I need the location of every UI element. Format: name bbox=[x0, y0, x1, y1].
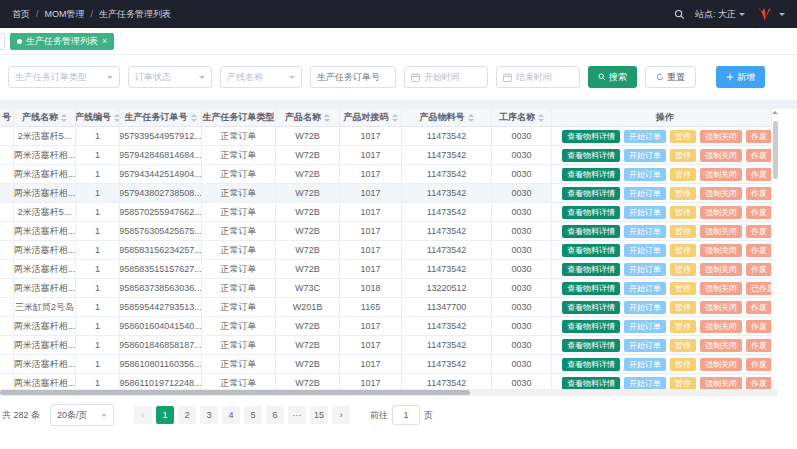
page-button-15[interactable]: 15 bbox=[310, 406, 328, 424]
force-close-button[interactable]: 强制关闭 bbox=[700, 206, 742, 219]
force-close-button[interactable]: 强制关闭 bbox=[700, 225, 742, 238]
table-row[interactable]: 两米活塞杆相...1958583515157627...正常订单W72B1017… bbox=[0, 260, 778, 279]
force-close-button[interactable]: 强制关闭 bbox=[700, 168, 742, 181]
order-type-select[interactable]: 生产任务订单类型 bbox=[8, 66, 120, 88]
pause-button[interactable]: 暂停 bbox=[670, 263, 696, 276]
search-button[interactable]: 搜索 bbox=[588, 66, 637, 88]
void-button[interactable]: 作废 bbox=[746, 206, 772, 219]
pause-button[interactable]: 暂停 bbox=[670, 130, 696, 143]
table-row[interactable]: 两米活塞杆相...1957943802738508...正常订单W72B1017… bbox=[0, 184, 778, 203]
user-menu[interactable] bbox=[755, 5, 785, 23]
void-button[interactable]: 作废 bbox=[746, 358, 772, 371]
sort-carets-icon[interactable] bbox=[538, 114, 544, 122]
search-icon[interactable] bbox=[674, 9, 685, 20]
table-row[interactable]: 两米活塞杆相...1957943442514904...正常订单W72B1017… bbox=[0, 165, 778, 184]
column-header-order-no[interactable]: 生产任务订单号 bbox=[120, 109, 202, 126]
table-row[interactable]: 两米活塞杆相...1958583738563036...正常订单W73C1018… bbox=[0, 279, 778, 298]
page-button-6[interactable]: 6 bbox=[266, 406, 284, 424]
start-order-button[interactable]: 开始订单 bbox=[624, 358, 666, 371]
void-button[interactable]: 作废 bbox=[746, 301, 772, 314]
pause-button[interactable]: 暂停 bbox=[670, 339, 696, 352]
table-row[interactable]: 2米活塞杆5...1958570255947662...正常订单W72B1017… bbox=[0, 203, 778, 222]
view-material-button[interactable]: 查看物料详情 bbox=[562, 130, 620, 143]
order-status-select[interactable]: 订单状态 bbox=[128, 66, 212, 88]
table-row[interactable]: 两米活塞杆相...1958611019712248...正常订单W72B1017… bbox=[0, 374, 778, 389]
breadcrumb-mom[interactable]: MOM管理 bbox=[45, 8, 85, 21]
view-material-button[interactable]: 查看物料详情 bbox=[562, 168, 620, 181]
table-row[interactable]: 两米活塞杆相...1958583156234257...正常订单W72B1017… bbox=[0, 241, 778, 260]
start-order-button[interactable]: 开始订单 bbox=[624, 339, 666, 352]
start-order-button[interactable]: 开始订单 bbox=[624, 168, 666, 181]
table-row[interactable]: 两米活塞杆相...1958610801160356...正常订单W72B1017… bbox=[0, 355, 778, 374]
force-close-button[interactable]: 强制关闭 bbox=[700, 130, 742, 143]
void-button[interactable]: 作废 bbox=[746, 168, 772, 181]
view-material-button[interactable]: 查看物料详情 bbox=[562, 149, 620, 162]
view-material-button[interactable]: 查看物料详情 bbox=[562, 358, 620, 371]
line-name-select[interactable]: 产线名称 bbox=[220, 66, 302, 88]
pause-button[interactable]: 暂停 bbox=[670, 301, 696, 314]
vertical-scroll-thumb[interactable] bbox=[773, 121, 778, 179]
force-close-button[interactable]: 强制关闭 bbox=[700, 377, 742, 390]
force-close-button[interactable]: 强制关闭 bbox=[700, 244, 742, 257]
view-material-button[interactable]: 查看物料详情 bbox=[562, 301, 620, 314]
column-header-product-code[interactable]: 产品对接码 bbox=[340, 109, 402, 126]
view-material-button[interactable]: 查看物料详情 bbox=[562, 339, 620, 352]
page-button-5[interactable]: 5 bbox=[244, 406, 262, 424]
void-button[interactable]: 作废 bbox=[746, 130, 772, 143]
void-button[interactable]: 作废 bbox=[746, 225, 772, 238]
void-button[interactable]: 作废 bbox=[746, 149, 772, 162]
view-material-button[interactable]: 查看物料详情 bbox=[562, 187, 620, 200]
sort-carets-icon[interactable] bbox=[468, 114, 474, 122]
page-size-select[interactable]: 20条/页 bbox=[50, 404, 114, 426]
start-order-button[interactable]: 开始订单 bbox=[624, 206, 666, 219]
void-button[interactable]: 作废 bbox=[746, 339, 772, 352]
pause-button[interactable]: 暂停 bbox=[670, 206, 696, 219]
force-close-button[interactable]: 强制关闭 bbox=[700, 187, 742, 200]
view-material-button[interactable]: 查看物料详情 bbox=[562, 320, 620, 333]
more-pages-button[interactable]: ··· bbox=[288, 406, 306, 424]
close-icon[interactable]: × bbox=[102, 37, 107, 46]
sort-carets-icon[interactable] bbox=[324, 114, 330, 122]
view-material-button[interactable]: 查看物料详情 bbox=[562, 282, 620, 295]
sort-carets-icon[interactable] bbox=[61, 114, 67, 122]
column-header-process-name[interactable]: 工序名称 bbox=[492, 109, 552, 126]
pause-button[interactable]: 暂停 bbox=[670, 320, 696, 333]
prev-page-button[interactable]: ‹ bbox=[134, 406, 152, 424]
pause-button[interactable]: 暂停 bbox=[670, 358, 696, 371]
site-selector[interactable]: 站点: 大正 bbox=[695, 8, 745, 21]
force-close-button[interactable]: 强制关闭 bbox=[700, 301, 742, 314]
view-material-button[interactable]: 查看物料详情 bbox=[562, 225, 620, 238]
start-order-button[interactable]: 开始订单 bbox=[624, 244, 666, 257]
vertical-scrollbar[interactable] bbox=[771, 109, 778, 396]
void-button[interactable]: 作废 bbox=[746, 244, 772, 257]
view-material-button[interactable]: 查看物料详情 bbox=[562, 263, 620, 276]
goto-page-input[interactable] bbox=[392, 405, 420, 425]
start-order-button[interactable]: 开始订单 bbox=[624, 282, 666, 295]
table-row[interactable]: 两米活塞杆相...1957942846814684...正常订单W72B1017… bbox=[0, 146, 778, 165]
start-order-button[interactable]: 开始订单 bbox=[624, 320, 666, 333]
start-order-button[interactable]: 开始订单 bbox=[624, 187, 666, 200]
column-header-material-no[interactable]: 产品物料号 bbox=[402, 109, 492, 126]
void-button[interactable]: 作废 bbox=[746, 263, 772, 276]
start-order-button[interactable]: 开始订单 bbox=[624, 377, 666, 390]
page-button-1[interactable]: 1 bbox=[156, 406, 174, 424]
force-close-button[interactable]: 强制关闭 bbox=[700, 282, 742, 295]
table-row[interactable]: 两米活塞杆相...1958576305425675...正常订单W72B1017… bbox=[0, 222, 778, 241]
force-close-button[interactable]: 强制关闭 bbox=[700, 339, 742, 352]
tab-production-task-list[interactable]: 生产任务管理列表 × bbox=[10, 33, 114, 50]
column-header-line-no[interactable]: 产线编号 bbox=[76, 109, 120, 126]
force-close-button[interactable]: 强制关闭 bbox=[700, 320, 742, 333]
start-order-button[interactable]: 开始订单 bbox=[624, 149, 666, 162]
pause-button[interactable]: 暂停 bbox=[670, 377, 696, 390]
order-no-input[interactable] bbox=[310, 66, 396, 88]
sort-carets-icon[interactable] bbox=[392, 114, 398, 122]
table-row[interactable]: 三米缸筒2号岛1958595442793513...正常订单W201B11651… bbox=[0, 298, 778, 317]
sort-carets-icon[interactable] bbox=[191, 114, 197, 122]
force-close-button[interactable]: 强制关闭 bbox=[700, 358, 742, 371]
start-date-picker[interactable]: 开始时间 bbox=[404, 66, 488, 88]
pause-button[interactable]: 暂停 bbox=[670, 282, 696, 295]
add-button[interactable]: 新增 bbox=[716, 66, 765, 88]
view-material-button[interactable]: 查看物料详情 bbox=[562, 244, 620, 257]
start-order-button[interactable]: 开始订单 bbox=[624, 301, 666, 314]
reset-button[interactable]: 重置 bbox=[645, 66, 696, 88]
